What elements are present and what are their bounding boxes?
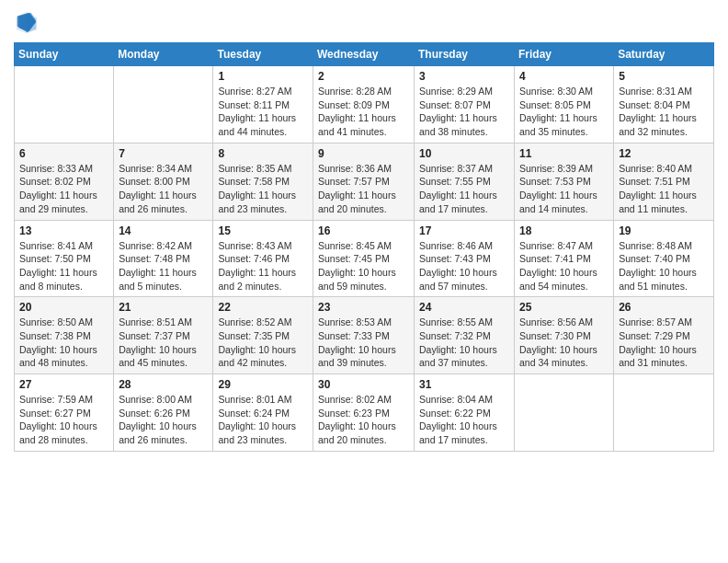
sunset-text: Sunset: 6:22 PM: [419, 408, 491, 419]
daylight-text: Daylight: 10 hours and 45 minutes.: [119, 344, 197, 369]
sunrise-text: Sunrise: 8:39 AM: [519, 163, 593, 174]
daylight-text: Daylight: 10 hours and 39 minutes.: [318, 344, 396, 369]
weekday-tuesday: Tuesday: [213, 43, 313, 66]
daylight-text: Daylight: 11 hours and 5 minutes.: [119, 267, 197, 292]
weekday-thursday: Thursday: [415, 43, 515, 66]
day-info: Sunrise: 8:53 AMSunset: 7:33 PMDaylight:…: [318, 316, 409, 370]
day-info: Sunrise: 7:59 AMSunset: 6:27 PMDaylight:…: [19, 393, 108, 447]
calendar-cell: 8Sunrise: 8:35 AMSunset: 7:58 PMDaylight…: [213, 143, 313, 220]
sunset-text: Sunset: 8:07 PM: [419, 99, 491, 110]
sunrise-text: Sunrise: 8:04 AM: [419, 394, 493, 405]
day-number: 13: [19, 224, 108, 237]
day-number: 19: [619, 224, 709, 237]
day-number: 2: [318, 70, 409, 83]
sunrise-text: Sunrise: 8:57 AM: [619, 316, 692, 327]
sunrise-text: Sunrise: 8:31 AM: [619, 86, 692, 97]
week-row-2: 6Sunrise: 8:33 AMSunset: 8:02 PMDaylight…: [15, 143, 714, 220]
day-info: Sunrise: 8:48 AMSunset: 7:40 PMDaylight:…: [619, 239, 709, 293]
calendar-cell: 9Sunrise: 8:36 AMSunset: 7:57 PMDaylight…: [313, 143, 415, 220]
day-number: 10: [419, 147, 509, 160]
sunset-text: Sunset: 7:48 PM: [119, 253, 190, 264]
sunset-text: Sunset: 7:33 PM: [318, 330, 390, 341]
sunset-text: Sunset: 6:26 PM: [119, 408, 190, 419]
calendar-cell: 3Sunrise: 8:29 AMSunset: 8:07 PMDaylight…: [415, 66, 515, 144]
sunset-text: Sunset: 8:04 PM: [619, 99, 690, 110]
sunset-text: Sunset: 7:38 PM: [19, 330, 91, 341]
day-number: 7: [119, 147, 208, 160]
daylight-text: Daylight: 11 hours and 20 minutes.: [318, 190, 396, 214]
daylight-text: Daylight: 11 hours and 32 minutes.: [619, 112, 697, 137]
daylight-text: Daylight: 10 hours and 31 minutes.: [619, 344, 697, 369]
calendar-cell: 15Sunrise: 8:43 AMSunset: 7:46 PMDayligh…: [213, 220, 313, 297]
day-number: 26: [619, 301, 709, 314]
weekday-sunday: Sunday: [15, 43, 114, 66]
sunset-text: Sunset: 6:23 PM: [318, 408, 390, 419]
day-number: 8: [218, 147, 308, 160]
day-info: Sunrise: 8:50 AMSunset: 7:38 PMDaylight:…: [19, 316, 108, 370]
sunrise-text: Sunrise: 8:56 AM: [519, 316, 593, 327]
page-header: [14, 9, 714, 35]
daylight-text: Daylight: 11 hours and 8 minutes.: [19, 267, 97, 292]
sunset-text: Sunset: 7:37 PM: [119, 330, 190, 341]
calendar-cell: 31Sunrise: 8:04 AMSunset: 6:22 PMDayligh…: [415, 374, 515, 452]
calendar-cell: [614, 374, 714, 452]
calendar-cell: 14Sunrise: 8:42 AMSunset: 7:48 PMDayligh…: [114, 220, 213, 297]
sunrise-text: Sunrise: 8:37 AM: [419, 163, 493, 174]
daylight-text: Daylight: 10 hours and 57 minutes.: [419, 267, 497, 292]
day-number: 22: [218, 301, 308, 314]
sunset-text: Sunset: 7:30 PM: [519, 330, 591, 341]
day-number: 29: [218, 378, 308, 391]
day-info: Sunrise: 8:41 AMSunset: 7:50 PMDaylight:…: [19, 239, 108, 293]
weekday-wednesday: Wednesday: [313, 43, 415, 66]
day-info: Sunrise: 8:55 AMSunset: 7:32 PMDaylight:…: [419, 316, 509, 370]
day-number: 28: [119, 378, 208, 391]
day-info: Sunrise: 8:51 AMSunset: 7:37 PMDaylight:…: [119, 316, 208, 370]
daylight-text: Daylight: 10 hours and 20 minutes.: [318, 420, 396, 445]
day-info: Sunrise: 8:56 AMSunset: 7:30 PMDaylight:…: [519, 316, 609, 370]
sunrise-text: Sunrise: 8:42 AM: [119, 240, 192, 251]
sunset-text: Sunset: 8:09 PM: [318, 99, 390, 110]
daylight-text: Daylight: 11 hours and 35 minutes.: [519, 112, 597, 137]
sunrise-text: Sunrise: 8:41 AM: [19, 240, 93, 251]
sunset-text: Sunset: 7:41 PM: [519, 253, 591, 264]
sunrise-text: Sunrise: 8:47 AM: [519, 240, 593, 251]
day-info: Sunrise: 8:57 AMSunset: 7:29 PMDaylight:…: [619, 316, 709, 370]
daylight-text: Daylight: 11 hours and 11 minutes.: [619, 190, 697, 214]
day-number: 6: [19, 147, 108, 160]
calendar-cell: 6Sunrise: 8:33 AMSunset: 8:02 PMDaylight…: [15, 143, 114, 220]
calendar-cell: 30Sunrise: 8:02 AMSunset: 6:23 PMDayligh…: [313, 374, 415, 452]
daylight-text: Daylight: 10 hours and 23 minutes.: [218, 420, 296, 445]
sunset-text: Sunset: 7:45 PM: [318, 253, 390, 264]
logo-icon: [14, 9, 40, 35]
day-number: 9: [318, 147, 409, 160]
sunset-text: Sunset: 7:58 PM: [218, 176, 290, 187]
weekday-monday: Monday: [114, 43, 213, 66]
daylight-text: Daylight: 11 hours and 17 minutes.: [419, 190, 497, 214]
sunrise-text: Sunrise: 8:53 AM: [318, 316, 392, 327]
day-info: Sunrise: 8:34 AMSunset: 8:00 PMDaylight:…: [119, 162, 208, 216]
daylight-text: Daylight: 10 hours and 59 minutes.: [318, 267, 396, 292]
daylight-text: Daylight: 10 hours and 34 minutes.: [519, 344, 597, 369]
daylight-text: Daylight: 11 hours and 26 minutes.: [119, 190, 197, 214]
day-info: Sunrise: 8:33 AMSunset: 8:02 PMDaylight:…: [19, 162, 108, 216]
day-number: 31: [419, 378, 509, 391]
day-info: Sunrise: 8:40 AMSunset: 7:51 PMDaylight:…: [619, 162, 709, 216]
day-number: 1: [218, 70, 308, 83]
daylight-text: Daylight: 10 hours and 51 minutes.: [619, 267, 697, 292]
calendar-cell: 16Sunrise: 8:45 AMSunset: 7:45 PMDayligh…: [313, 220, 415, 297]
sunrise-text: Sunrise: 8:34 AM: [119, 163, 192, 174]
calendar-cell: 7Sunrise: 8:34 AMSunset: 8:00 PMDaylight…: [114, 143, 213, 220]
calendar-cell: 11Sunrise: 8:39 AMSunset: 7:53 PMDayligh…: [515, 143, 614, 220]
day-number: 11: [519, 147, 609, 160]
daylight-text: Daylight: 10 hours and 48 minutes.: [19, 344, 97, 369]
day-number: 21: [119, 301, 208, 314]
sunrise-text: Sunrise: 8:35 AM: [218, 163, 291, 174]
sunset-text: Sunset: 7:55 PM: [419, 176, 491, 187]
daylight-text: Daylight: 10 hours and 54 minutes.: [519, 267, 597, 292]
day-info: Sunrise: 8:52 AMSunset: 7:35 PMDaylight:…: [218, 316, 308, 370]
sunrise-text: Sunrise: 8:45 AM: [318, 240, 392, 251]
calendar-cell: 23Sunrise: 8:53 AMSunset: 7:33 PMDayligh…: [313, 297, 415, 374]
calendar-cell: 1Sunrise: 8:27 AMSunset: 8:11 PMDaylight…: [213, 66, 313, 144]
daylight-text: Daylight: 10 hours and 37 minutes.: [419, 344, 497, 369]
calendar-cell: 20Sunrise: 8:50 AMSunset: 7:38 PMDayligh…: [15, 297, 114, 374]
